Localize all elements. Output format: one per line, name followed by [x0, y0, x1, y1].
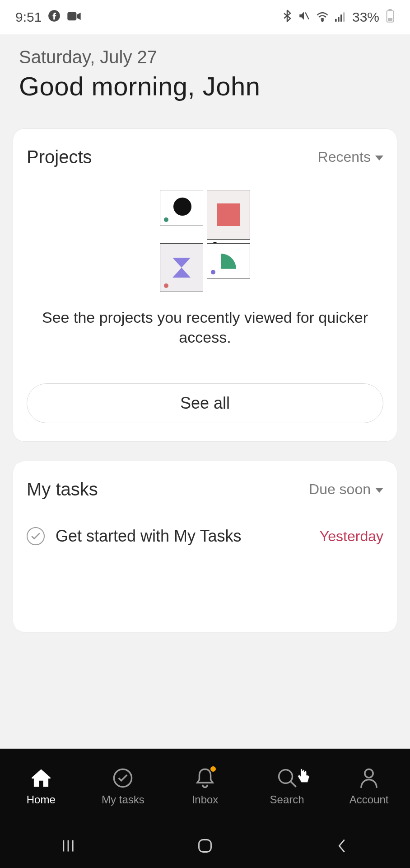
- my-tasks-card: My tasks Due soon Get started with My Ta…: [13, 461, 397, 632]
- mute-icon: [298, 9, 310, 25]
- video-icon: [67, 9, 81, 25]
- svg-rect-18: [199, 840, 211, 852]
- task-row[interactable]: Get started with My Tasks Yesterday: [27, 522, 383, 550]
- bluetooth-icon: [283, 9, 292, 25]
- nav-account-label: Account: [349, 793, 389, 806]
- bell-icon: [193, 766, 217, 790]
- sys-home-button[interactable]: [187, 837, 223, 855]
- nav-mytasks[interactable]: My tasks: [82, 749, 164, 824]
- chevron-down-icon: [375, 156, 383, 160]
- projects-filter-dropdown[interactable]: Recents: [318, 149, 383, 165]
- status-bar: 9:51 33%: [0, 0, 410, 34]
- svg-point-14: [365, 769, 373, 778]
- nav-home-label: Home: [27, 793, 56, 806]
- task-due-label: Yesterday: [320, 528, 383, 545]
- svg-rect-4: [335, 19, 337, 22]
- projects-card: Projects Recents See the pro: [13, 128, 397, 442]
- wifi-icon: [316, 9, 329, 25]
- svg-rect-9: [388, 9, 392, 11]
- page-header: Saturday, July 27 Good morning, John: [0, 34, 410, 128]
- svg-rect-1: [68, 12, 77, 21]
- see-all-button[interactable]: See all: [27, 383, 383, 423]
- facebook-icon: [48, 9, 61, 25]
- my-tasks-filter-dropdown[interactable]: Due soon: [309, 481, 383, 498]
- nav-inbox[interactable]: Inbox: [164, 749, 246, 824]
- svg-line-13: [291, 782, 296, 787]
- notification-badge: [210, 766, 216, 772]
- projects-empty-message: See the projects you recently viewed for…: [27, 307, 383, 347]
- system-nav-bar: [0, 824, 410, 868]
- search-icon: [275, 766, 299, 790]
- person-icon: [357, 766, 381, 790]
- sys-back-button[interactable]: [324, 837, 360, 855]
- status-time: 9:51: [15, 9, 42, 25]
- svg-rect-7: [343, 12, 345, 21]
- my-tasks-filter-label: Due soon: [309, 481, 371, 498]
- my-tasks-title: My tasks: [27, 479, 98, 500]
- svg-point-12: [279, 770, 292, 783]
- nav-search[interactable]: Search: [246, 749, 328, 824]
- check-circle-icon: [111, 766, 135, 790]
- nav-mytasks-label: My tasks: [102, 793, 144, 806]
- signal-icon: [335, 9, 346, 25]
- task-title: Get started with My Tasks: [56, 527, 309, 546]
- svg-line-2: [305, 12, 309, 19]
- battery-icon: [386, 9, 395, 26]
- nav-home[interactable]: Home: [0, 749, 82, 824]
- projects-illustration: [27, 190, 383, 293]
- battery-percent: 33%: [352, 9, 379, 25]
- svg-rect-10: [388, 18, 392, 21]
- header-date: Saturday, July 27: [19, 47, 391, 67]
- nav-search-label: Search: [270, 793, 304, 806]
- svg-rect-6: [340, 14, 342, 22]
- projects-title: Projects: [27, 147, 92, 167]
- svg-rect-5: [338, 17, 340, 22]
- header-greeting: Good morning, John: [19, 71, 391, 101]
- nav-inbox-label: Inbox: [192, 793, 219, 806]
- task-check-icon[interactable]: [27, 527, 45, 545]
- sys-recents-button[interactable]: [50, 837, 86, 855]
- projects-filter-label: Recents: [318, 149, 371, 165]
- nav-account[interactable]: Account: [328, 749, 410, 824]
- chevron-down-icon: [375, 488, 383, 493]
- bottom-navigation: Home My tasks Inbox Search Account: [0, 749, 410, 868]
- home-icon: [29, 766, 53, 790]
- svg-point-3: [321, 19, 323, 21]
